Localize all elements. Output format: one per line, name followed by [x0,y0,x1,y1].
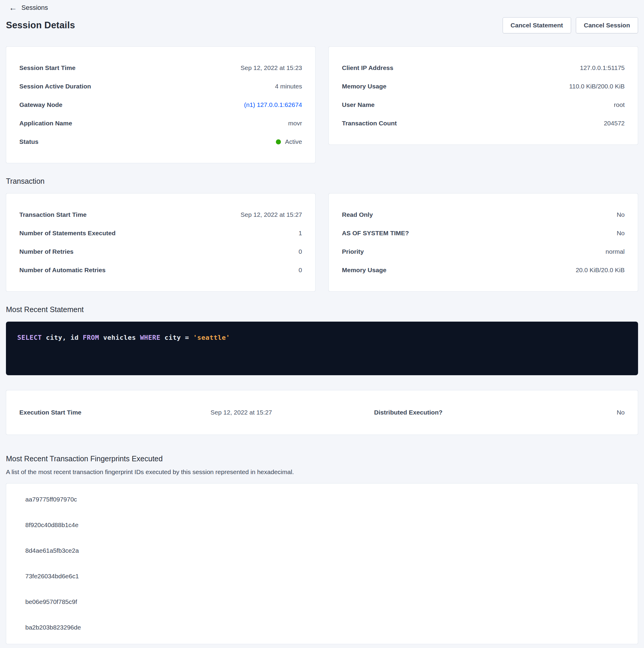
detail-value: 0 [298,267,302,274]
sql-token-string: 'seattle' [193,334,230,341]
detail-row: Number of Automatic Retries0 [19,261,302,279]
detail-value: Sep 12, 2022 at 15:27 [240,211,302,218]
detail-row: Memory Usage110.0 KiB/200.0 KiB [342,77,625,96]
execution-start-time-label: Execution Start Time [19,409,81,416]
detail-value: movr [288,120,302,127]
detail-label: Status [19,138,39,145]
sql-token-keyword: WHERE [140,334,160,341]
session-summary-row: Session Start TimeSep 12, 2022 at 15:23S… [6,47,638,163]
cancel-session-button[interactable]: Cancel Session [576,17,638,33]
detail-row: Gateway Node(n1) 127.0.0.1:62674 [19,96,302,114]
detail-label: Gateway Node [19,101,62,108]
sql-token-keyword: SELECT [17,334,42,341]
cancel-statement-button[interactable]: Cancel Statement [503,17,571,33]
detail-row: User Nameroot [342,96,625,114]
sql-token-plain: city, id [42,334,82,341]
header-actions: Cancel Statement Cancel Session [503,17,638,33]
detail-value: No [617,211,625,218]
gateway-node-link[interactable]: (n1) 127.0.0.1:62674 [244,101,302,108]
breadcrumb-sessions-link[interactable]: Sessions [21,4,48,12]
detail-row: StatusActive [19,132,302,151]
detail-label: AS OF SYSTEM TIME? [342,230,409,237]
detail-label: Priority [342,248,364,255]
distributed-execution-row: Distributed Execution? No [322,409,638,416]
fingerprint-item: be06e9570f785c9f [6,589,638,615]
page-header: Session Details Cancel Statement Cancel … [6,17,638,33]
detail-label: Memory Usage [342,267,386,274]
detail-value: 0 [298,248,302,255]
fingerprint-item: ba2b203b823296de [6,615,638,640]
detail-row: Read OnlyNo [342,206,625,224]
detail-label: Number of Statements Executed [19,230,115,237]
detail-row: Memory Usage20.0 KiB/20.0 KiB [342,261,625,279]
detail-row: Number of Retries0 [19,242,302,261]
execution-card: Execution Start Time Sep 12, 2022 at 15:… [6,390,638,435]
status-badge: Active [276,138,302,145]
statement-section-heading: Most Recent Statement [6,305,638,314]
detail-label: Memory Usage [342,83,386,90]
transaction-props-card: Read OnlyNoAS OF SYSTEM TIME?NoPriorityn… [329,193,638,291]
detail-value: root [614,101,625,108]
detail-value: normal [605,248,625,255]
fingerprints-description: A list of the most recent transaction fi… [6,469,638,476]
sql-token-keyword: FROM [83,334,99,341]
client-info-card: Client IP Address127.0.0.1:51175Memory U… [329,47,638,145]
detail-row: Session Active Duration4 minutes [19,77,302,96]
status-active-dot [276,140,281,145]
back-arrow-icon: ← [9,4,17,12]
detail-label: Application Name [19,120,72,127]
fingerprint-item: 8d4ae61a5fb3ce2a [6,538,638,563]
distributed-execution-value: No [617,409,625,416]
detail-label: Read Only [342,211,373,218]
session-info-card: Session Start TimeSep 12, 2022 at 15:23S… [6,47,315,163]
distributed-execution-label: Distributed Execution? [374,409,443,416]
sql-token-plain: vehicles [99,334,140,341]
detail-label: Number of Automatic Retries [19,267,106,274]
transaction-info-card: Transaction Start TimeSep 12, 2022 at 15… [6,193,315,291]
breadcrumb[interactable]: ← Sessions [6,2,638,13]
detail-label: Transaction Count [342,120,397,127]
detail-value: 20.0 KiB/20.0 KiB [576,267,625,274]
detail-row: Session Start TimeSep 12, 2022 at 15:23 [19,59,302,77]
detail-label: Session Active Duration [19,83,91,90]
fingerprints-section-heading: Most Recent Transaction Fingerprints Exe… [6,454,638,463]
detail-row: Application Namemovr [19,114,302,132]
detail-value: Sep 12, 2022 at 15:23 [240,64,302,71]
execution-start-time-row: Execution Start Time Sep 12, 2022 at 15:… [6,409,322,416]
detail-label: User Name [342,101,375,108]
detail-value: 1 [298,230,302,237]
sql-statement-box: SELECT city, id FROM vehicles WHERE city… [6,322,638,375]
detail-value: No [617,230,625,237]
transaction-summary-row: Transaction Start TimeSep 12, 2022 at 15… [6,193,638,291]
fingerprint-item: aa79775ff097970c [6,487,638,512]
detail-label: Number of Retries [19,248,73,255]
fingerprint-item: 8f920c40d88b1c4e [6,512,638,538]
detail-label: Transaction Start Time [19,211,86,218]
detail-row: Number of Statements Executed1 [19,224,302,242]
detail-row: Prioritynormal [342,242,625,261]
sql-token-plain: city = [160,334,193,341]
detail-row: AS OF SYSTEM TIME?No [342,224,625,242]
detail-row: Transaction Start TimeSep 12, 2022 at 15… [19,206,302,224]
fingerprints-card: aa79775ff097970c8f920c40d88b1c4e8d4ae61a… [6,483,638,644]
session-details-page: ← Sessions Session Details Cancel Statem… [6,2,638,644]
detail-value: 4 minutes [275,83,302,90]
execution-start-time-value: Sep 12, 2022 at 15:27 [211,409,272,416]
detail-row: Client IP Address127.0.0.1:51175 [342,59,625,77]
detail-value: 110.0 KiB/200.0 KiB [569,83,625,90]
detail-label: Session Start Time [19,64,75,71]
detail-label: Client IP Address [342,64,394,71]
detail-value: 127.0.0.1:51175 [580,64,625,71]
page-title: Session Details [6,20,75,31]
fingerprint-item: 73fe26034bd6e6c1 [6,563,638,589]
detail-row: Transaction Count204572 [342,114,625,132]
detail-value: 204572 [604,120,625,127]
transaction-section-heading: Transaction [6,177,638,185]
